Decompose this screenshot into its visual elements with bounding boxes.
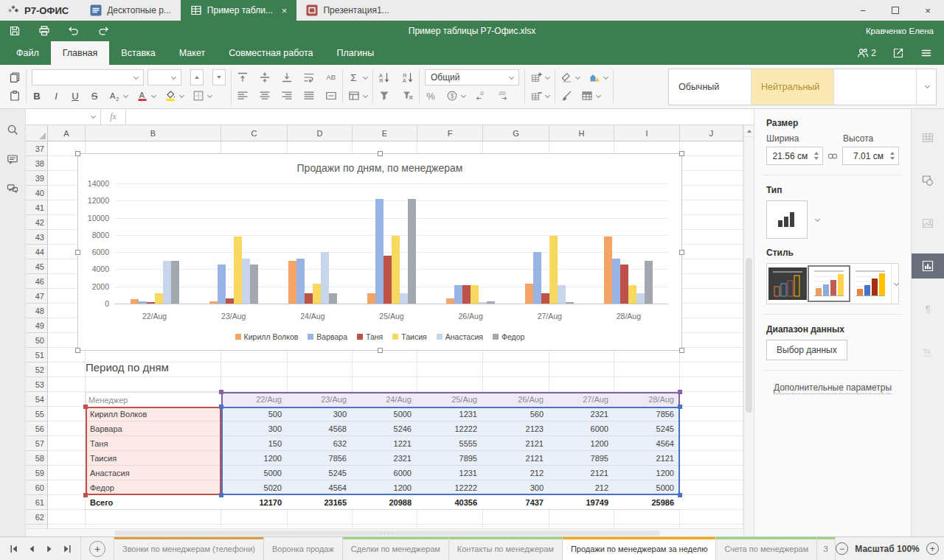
- justify-button[interactable]: [303, 90, 315, 102]
- range-handle[interactable]: [678, 405, 682, 409]
- table-cell-value[interactable]: 5245: [614, 421, 680, 436]
- last-sheet-icon[interactable]: [60, 542, 74, 556]
- document-tab[interactable]: Десктопные р...: [80, 0, 181, 21]
- align-center-button[interactable]: [259, 90, 271, 102]
- table-cell-value[interactable]: 2321: [353, 451, 417, 466]
- resize-handle[interactable]: [75, 151, 80, 156]
- table-cell-value[interactable]: 6000: [353, 466, 417, 480]
- row-header[interactable]: 58: [26, 451, 48, 466]
- number-format-select[interactable]: Общий: [425, 69, 519, 85]
- copy-style-button[interactable]: [560, 90, 572, 102]
- range-handle[interactable]: [83, 405, 88, 409]
- sort-descending-button[interactable]: ЯА: [402, 71, 414, 83]
- menu-item-совместная работа[interactable]: Совместная работа: [217, 41, 324, 65]
- row-header[interactable]: 51: [26, 348, 48, 363]
- row-header[interactable]: 43: [26, 230, 48, 245]
- table-cell-value[interactable]: 5245: [288, 466, 353, 480]
- resize-handle[interactable]: [679, 250, 684, 255]
- increase-font-button[interactable]: [190, 69, 204, 85]
- row-header[interactable]: 37: [26, 141, 48, 156]
- chevron-down-icon[interactable]: [814, 157, 819, 160]
- chevron-down-icon[interactable]: [890, 157, 895, 160]
- chevron-up-icon[interactable]: [814, 152, 819, 155]
- table-cell-value[interactable]: 1200: [353, 480, 417, 495]
- named-ranges-button[interactable]: [348, 90, 367, 102]
- row-header[interactable]: 42: [26, 215, 48, 230]
- table-cell-value[interactable]: 4564: [288, 480, 353, 495]
- data-table[interactable]: Менеджер22/Aug23/Aug24/Aug25/Aug26/Aug27…: [86, 392, 680, 510]
- row-header[interactable]: 39: [26, 171, 48, 186]
- minimize-button[interactable]: −: [847, 0, 879, 21]
- row-header[interactable]: 49: [26, 318, 48, 333]
- hamburger-menu-icon[interactable]: [920, 47, 932, 59]
- cell-style-option[interactable]: Обычный: [669, 69, 752, 105]
- styles-gallery-expand[interactable]: [917, 69, 936, 105]
- table-cell-value[interactable]: 7895: [549, 451, 614, 466]
- comment-icon[interactable]: [7, 153, 18, 165]
- row-header[interactable]: 53: [26, 377, 48, 392]
- sheet-tab[interactable]: Звонки по менеджерам (телефони): [114, 537, 264, 560]
- fill-color-button[interactable]: [164, 90, 184, 102]
- column-header-C[interactable]: C: [221, 125, 288, 141]
- font-name-select[interactable]: [32, 69, 144, 85]
- column-header-J[interactable]: J: [680, 125, 743, 141]
- maximize-button[interactable]: [879, 0, 912, 21]
- vertical-scrollbar[interactable]: [743, 125, 754, 536]
- paragraph-settings-icon[interactable]: ¶: [912, 296, 944, 321]
- column-header-B[interactable]: B: [86, 125, 221, 141]
- chart-settings-icon[interactable]: [912, 253, 944, 279]
- column-header-G[interactable]: G: [483, 125, 549, 141]
- table-cell-value[interactable]: 1200: [221, 451, 288, 466]
- table-cell-value[interactable]: 632: [288, 436, 353, 451]
- table-column-header[interactable]: 26/Aug: [483, 392, 549, 407]
- table-cell-value[interactable]: 300: [221, 421, 288, 436]
- print-icon[interactable]: [38, 25, 50, 37]
- select-data-button[interactable]: Выбор данных: [766, 340, 847, 360]
- column-header-F[interactable]: F: [417, 125, 483, 141]
- row-header[interactable]: 56: [26, 421, 48, 436]
- resize-handle[interactable]: [75, 250, 80, 255]
- table-cell-value[interactable]: 7895: [417, 451, 483, 466]
- resize-handle[interactable]: [378, 348, 383, 353]
- table-column-header[interactable]: 23/Aug: [288, 392, 353, 407]
- resize-handle[interactable]: [679, 151, 684, 156]
- row-header[interactable]: 41: [26, 200, 48, 215]
- table-cell-value[interactable]: 1200: [549, 436, 614, 451]
- row-header[interactable]: 46: [26, 274, 48, 289]
- sort-ascending-button[interactable]: АЯ: [378, 71, 390, 83]
- redo-icon[interactable]: [97, 25, 109, 37]
- chevron-up-icon[interactable]: [890, 152, 895, 155]
- table-cell-value[interactable]: 1200: [614, 466, 680, 480]
- table-column-header[interactable]: 25/Aug: [417, 392, 483, 407]
- table-cell-name[interactable]: Варвара: [86, 421, 221, 436]
- table-cell-value[interactable]: 5555: [417, 436, 483, 451]
- clear-button[interactable]: [560, 71, 580, 83]
- range-handle[interactable]: [678, 493, 682, 497]
- width-stepper[interactable]: 21.56 см: [766, 147, 823, 165]
- sheet-tab[interactable]: Контакты по менеджерам: [449, 537, 563, 560]
- row-header[interactable]: 60: [26, 480, 48, 495]
- prev-sheet-icon[interactable]: [24, 542, 38, 556]
- italic-button[interactable]: I: [51, 91, 61, 102]
- table-cell-name[interactable]: Федор: [86, 480, 221, 495]
- font-size-select[interactable]: [148, 69, 181, 85]
- sheet-tab[interactable]: Счета по менеджерам: [716, 537, 817, 560]
- search-icon[interactable]: [7, 124, 18, 136]
- resize-handle[interactable]: [679, 348, 684, 353]
- range-handle[interactable]: [219, 405, 223, 409]
- insert-cells-button[interactable]: [530, 71, 549, 83]
- row-header[interactable]: 62: [26, 510, 48, 525]
- advanced-settings-link[interactable]: Дополнительные параметры: [766, 382, 899, 393]
- align-bottom-button[interactable]: [281, 71, 293, 83]
- row-header[interactable]: 54: [26, 392, 48, 407]
- scroll-up-icon[interactable]: [747, 130, 752, 133]
- filter-button[interactable]: [378, 90, 390, 102]
- align-middle-button[interactable]: [259, 71, 271, 83]
- row-header[interactable]: 50: [26, 333, 48, 348]
- currency-style-button[interactable]: $: [446, 90, 465, 102]
- table-cell-value[interactable]: 7856: [288, 451, 353, 466]
- insert-function-button[interactable]: fx: [101, 109, 126, 125]
- sheet-tab[interactable]: З: [817, 537, 836, 560]
- formula-input[interactable]: [126, 109, 754, 125]
- table-cell-value[interactable]: 560: [483, 407, 549, 421]
